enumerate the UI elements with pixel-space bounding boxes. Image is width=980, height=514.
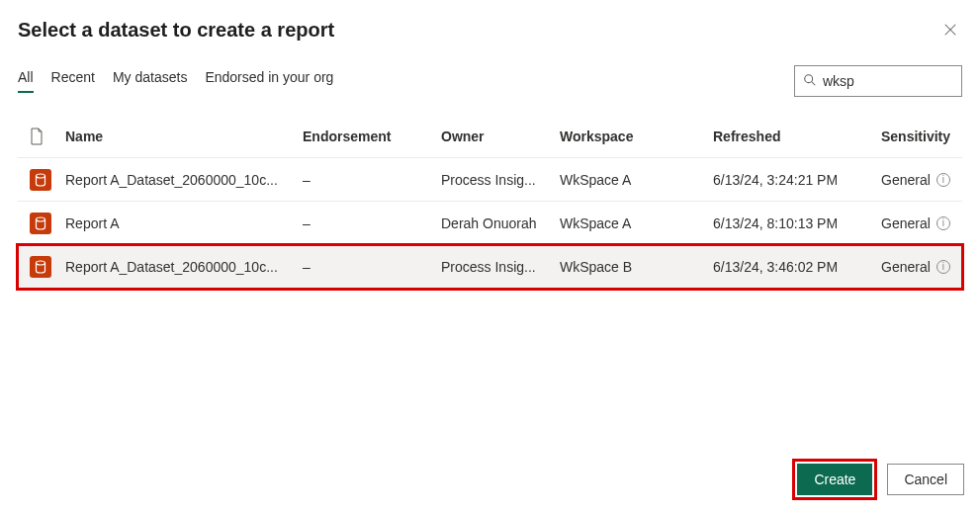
cell-owner: Derah Onuorah <box>441 215 560 231</box>
cell-refreshed: 6/13/24, 3:24:21 PM <box>713 172 881 188</box>
cell-workspace: WkSpace A <box>560 172 713 188</box>
cell-sensitivity: General i <box>881 172 980 188</box>
cell-endorsement: – <box>303 172 441 188</box>
cell-refreshed: 6/13/24, 8:10:13 PM <box>713 215 881 231</box>
col-owner[interactable]: Owner <box>441 128 560 144</box>
sensitivity-label: General <box>881 172 931 188</box>
info-icon[interactable]: i <box>936 260 950 274</box>
search-icon <box>803 73 817 90</box>
tab-my-datasets[interactable]: My datasets <box>113 69 187 93</box>
col-name[interactable]: Name <box>65 128 303 144</box>
cell-name: Report A_Dataset_2060000_10c... <box>65 172 303 188</box>
cell-workspace: WkSpace A <box>560 215 713 231</box>
dataset-icon <box>26 169 65 191</box>
tabs: All Recent My datasets Endorsed in your … <box>18 69 333 93</box>
table-row[interactable]: Report A_Dataset_2060000_10c... – Proces… <box>18 245 962 289</box>
cell-owner: Process Insig... <box>441 259 560 275</box>
sensitivity-label: General <box>881 215 931 231</box>
cell-endorsement: – <box>303 215 441 231</box>
svg-point-2 <box>37 174 45 178</box>
cell-sensitivity: General i <box>881 259 980 275</box>
cell-owner: Process Insig... <box>441 172 560 188</box>
col-workspace[interactable]: Workspace <box>560 128 713 144</box>
cell-endorsement: – <box>303 259 441 275</box>
svg-point-3 <box>37 217 45 221</box>
doc-icon <box>26 128 65 145</box>
dataset-table: Name Endorsement Owner Workspace Refresh… <box>18 115 962 289</box>
search-box[interactable] <box>794 65 962 97</box>
info-icon[interactable]: i <box>936 216 950 230</box>
dataset-icon <box>26 256 65 278</box>
cancel-button[interactable]: Cancel <box>887 464 964 495</box>
close-icon[interactable] <box>938 18 962 42</box>
svg-point-4 <box>37 261 45 265</box>
table-header: Name Endorsement Owner Workspace Refresh… <box>18 115 962 158</box>
dataset-icon <box>26 213 65 234</box>
tab-recent[interactable]: Recent <box>51 69 95 93</box>
search-input[interactable] <box>823 73 953 89</box>
dialog-title: Select a dataset to create a report <box>18 19 334 42</box>
svg-point-0 <box>805 74 813 82</box>
info-icon[interactable]: i <box>936 173 950 187</box>
cell-name: Report A_Dataset_2060000_10c... <box>65 259 303 275</box>
col-endorsement[interactable]: Endorsement <box>303 128 441 144</box>
tab-all[interactable]: All <box>18 69 34 93</box>
sensitivity-label: General <box>881 259 931 275</box>
col-refreshed[interactable]: Refreshed <box>713 128 881 144</box>
table-row[interactable]: Report A – Derah Onuorah WkSpace A 6/13/… <box>18 202 962 245</box>
tab-endorsed[interactable]: Endorsed in your org <box>205 69 333 93</box>
cell-name: Report A <box>65 215 303 231</box>
table-row[interactable]: Report A_Dataset_2060000_10c... – Proces… <box>18 158 962 202</box>
create-highlight: Create <box>792 459 877 500</box>
col-sensitivity[interactable]: Sensitivity <box>881 128 980 144</box>
cell-refreshed: 6/13/24, 3:46:02 PM <box>713 259 881 275</box>
cell-workspace: WkSpace B <box>560 259 713 275</box>
svg-line-1 <box>812 81 816 85</box>
create-button[interactable]: Create <box>797 464 872 495</box>
cell-sensitivity: General i <box>881 215 980 231</box>
